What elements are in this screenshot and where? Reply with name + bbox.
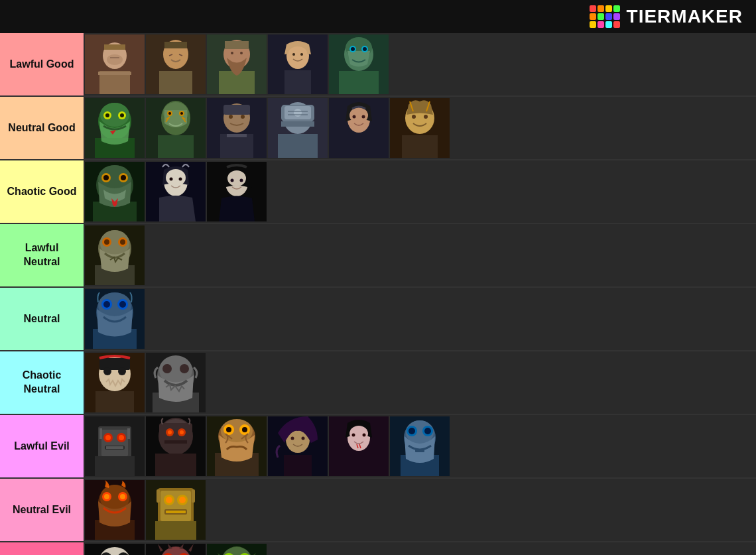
svg-rect-66 (281, 121, 314, 127)
char-slot[interactable] (146, 34, 206, 94)
tiermaker-logo: TierMaker (590, 5, 743, 28)
char-slot[interactable] (329, 98, 389, 158)
char-slot[interactable] (207, 544, 267, 555)
svg-rect-133 (101, 430, 128, 456)
svg-point-25 (288, 46, 307, 60)
char-slot[interactable] (146, 544, 206, 555)
svg-point-94 (170, 178, 173, 181)
svg-rect-4 (104, 44, 125, 50)
char-slot[interactable] (329, 34, 389, 94)
svg-point-194 (166, 497, 172, 503)
tier-label-chaotic-neutral: Chaotic Neutral (0, 351, 84, 414)
tier-row-neutral-evil: Neutral Evil (0, 479, 756, 542)
svg-point-26 (292, 53, 295, 56)
tier-label-lawful-neutral: Lawful Neutral (0, 224, 84, 286)
svg-point-35 (363, 47, 367, 51)
tier-label-chaotic-good: Chaotic Good (0, 160, 84, 223)
svg-point-149 (168, 430, 172, 434)
tier-row-neutral-good: Neutral Good (0, 97, 756, 160)
svg-point-129 (180, 364, 189, 373)
svg-point-72 (349, 107, 368, 123)
logo-cell (590, 21, 596, 28)
svg-point-168 (349, 426, 368, 442)
svg-point-107 (104, 239, 109, 245)
svg-rect-199 (192, 489, 195, 503)
svg-point-108 (120, 239, 125, 245)
svg-point-177 (409, 428, 415, 434)
logo-cell (598, 21, 604, 28)
tier-label-lawful-good: Lawful Good (0, 33, 84, 95)
svg-point-115 (103, 301, 110, 308)
svg-point-163 (291, 437, 294, 440)
tier-row-lawful-good: Lawful Good (0, 33, 756, 97)
char-slot[interactable] (146, 480, 206, 540)
char-slot[interactable] (85, 544, 145, 555)
svg-point-158 (226, 427, 231, 432)
char-slot[interactable] (85, 225, 145, 285)
svg-rect-54 (220, 134, 253, 158)
char-slot[interactable] (85, 353, 145, 412)
svg-point-159 (242, 427, 247, 432)
char-slot[interactable] (85, 289, 145, 349)
svg-rect-6 (98, 72, 131, 75)
char-slot[interactable] (268, 416, 328, 476)
tier-label-lawful-evil: Lawful Evil (0, 415, 84, 477)
svg-rect-140 (99, 428, 102, 439)
char-slot[interactable] (268, 34, 328, 94)
tier-list: Lawful Good (0, 33, 756, 555)
svg-point-73 (353, 115, 356, 119)
logo-cell (598, 5, 604, 12)
svg-point-74 (362, 115, 365, 119)
char-slot[interactable] (329, 416, 389, 476)
char-slot[interactable] (85, 162, 145, 221)
svg-rect-151 (164, 440, 187, 444)
tier-label-neutral-evil: Neutral Evil (0, 479, 84, 541)
svg-point-43 (120, 113, 124, 117)
svg-rect-71 (346, 134, 372, 158)
char-slot[interactable] (390, 98, 450, 158)
char-slot[interactable] (268, 98, 328, 158)
char-slot[interactable] (207, 34, 267, 94)
svg-point-137 (119, 435, 124, 440)
svg-point-98 (227, 170, 246, 186)
char-slot[interactable] (85, 416, 145, 476)
svg-rect-191 (160, 491, 191, 521)
char-slot[interactable] (146, 162, 206, 221)
char-slot[interactable] (146, 416, 206, 476)
tier-content-chaotic-neutral (84, 351, 756, 414)
svg-rect-179 (415, 450, 424, 452)
logo-cell (605, 5, 612, 12)
svg-rect-19 (225, 41, 249, 49)
svg-point-5 (107, 54, 123, 65)
char-slot[interactable] (85, 34, 145, 94)
char-slot[interactable] (390, 416, 450, 476)
svg-point-100 (240, 179, 243, 182)
char-slot[interactable] (207, 98, 267, 158)
svg-rect-12 (164, 42, 187, 48)
char-slot[interactable] (85, 98, 145, 158)
char-slot[interactable] (207, 162, 267, 221)
svg-point-187 (120, 494, 125, 499)
header: TierMaker (0, 0, 756, 33)
svg-rect-24 (284, 70, 311, 94)
svg-rect-121 (99, 358, 130, 370)
svg-point-122 (103, 367, 111, 375)
tier-row-chaotic-neutral: Chaotic Neutral (0, 351, 756, 415)
char-slot[interactable] (85, 480, 145, 540)
svg-point-21 (240, 52, 243, 54)
logo-cell (613, 5, 620, 12)
tier-content-neutral-good (84, 97, 756, 159)
svg-point-79 (412, 115, 416, 119)
tier-row-chaotic-good: Chaotic Good (0, 160, 756, 224)
svg-rect-56 (223, 105, 250, 115)
svg-point-136 (105, 435, 111, 440)
logo-cell (605, 13, 612, 20)
tier-content-chaotic-good (84, 160, 756, 223)
char-slot[interactable] (146, 353, 206, 412)
tier-row-chaotic-evil: Chaotic Evil (0, 542, 756, 555)
char-slot[interactable] (207, 416, 267, 476)
tier-row-lawful-neutral: Lawful Neutral (0, 224, 756, 288)
char-slot[interactable] (146, 98, 206, 158)
tier-content-neutral (84, 288, 756, 350)
svg-rect-59 (227, 134, 247, 137)
